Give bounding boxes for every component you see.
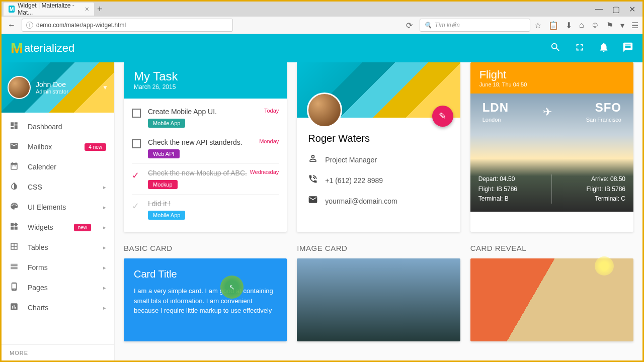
task-when: Wednesday <box>250 169 279 175</box>
edit-fab-button[interactable]: ✎ <box>432 106 453 127</box>
badge: new <box>74 224 91 231</box>
image-card[interactable] <box>297 258 460 341</box>
nav-icon <box>10 202 19 213</box>
card-reveal-heading: CARD REVEAL <box>470 244 633 252</box>
flight-datetime: June 18, Thu 04:50 <box>479 81 624 87</box>
chevron-right-icon: ▸ <box>103 204 106 211</box>
task-title: My Task <box>134 69 277 83</box>
nav-icon <box>10 302 19 313</box>
chevron-right-icon: ▸ <box>103 244 106 251</box>
chevron-right-icon: ▸ <box>103 264 106 271</box>
task-tag: Mobile App <box>148 211 185 220</box>
back-button[interactable]: ← <box>6 21 18 30</box>
cursor-highlight: ↖ <box>220 276 244 299</box>
chevron-down-icon[interactable]: ▼ <box>102 84 108 91</box>
cursor-highlight-2 <box>595 256 614 276</box>
smiley-icon[interactable]: ☺ <box>591 21 599 30</box>
close-tab-icon[interactable]: × <box>85 5 89 13</box>
sidebar-item-charts[interactable]: Charts▸ <box>2 298 114 318</box>
contact-card: ✎ Roger Waters Project Manager +1 (612) … <box>297 62 460 232</box>
home-icon[interactable]: ⌂ <box>579 21 584 30</box>
dropdown-icon[interactable]: ▾ <box>620 21 624 30</box>
address-bar: ← i demo.com/mater/app-widget.html ⟳ 🔍 T… <box>2 17 642 34</box>
nav-icon <box>10 222 19 233</box>
refresh-button[interactable]: ⟳ <box>404 21 416 30</box>
chevron-right-icon: ▸ <box>103 285 106 291</box>
sidebar-item-forms[interactable]: Forms▸ <box>2 257 114 278</box>
menu-icon[interactable]: ☰ <box>631 21 638 30</box>
fullscreen-icon[interactable] <box>574 42 585 55</box>
sidebar-item-pages[interactable]: Pages▸ <box>2 278 114 298</box>
image-card-heading: IMAGE CARD <box>297 244 460 252</box>
chat-icon[interactable] <box>622 42 633 55</box>
chevron-right-icon: ▸ <box>103 184 106 191</box>
tab-title: Widget | Materialize - Mat... <box>18 2 82 16</box>
chevron-right-icon: ▸ <box>103 224 106 231</box>
flight-card: Flight June 18, Thu 04:50 LDNLondon ✈ SF… <box>470 62 633 232</box>
airplane-icon: ✈ <box>543 106 552 119</box>
minimize-icon[interactable]: — <box>595 5 603 14</box>
basic-card[interactable]: Card Title I am a very simple card. I am… <box>124 258 287 341</box>
app-header: M aterialized <box>2 34 642 62</box>
checkbox[interactable] <box>132 139 141 148</box>
check-icon[interactable]: ✓ <box>132 170 141 179</box>
flight-title: Flight <box>479 68 624 81</box>
search-icon: 🔍 <box>424 22 432 29</box>
search-icon[interactable] <box>550 42 561 55</box>
check-icon[interactable]: ✓ <box>132 201 141 210</box>
logo-icon: M <box>11 40 23 57</box>
sidebar-item-dashboard[interactable]: Dashboard <box>2 117 114 137</box>
contact-cover: ✎ <box>297 62 460 118</box>
task-tag: Mobile App <box>148 119 185 128</box>
profile-role: Administrator <box>36 88 68 95</box>
url-input[interactable]: i demo.com/mater/app-widget.html <box>22 19 233 32</box>
close-window-icon[interactable]: ✕ <box>629 5 635 14</box>
card-text: I am a very simple card. I am good at co… <box>134 286 277 316</box>
task-tag: Mockup <box>148 180 178 189</box>
nav-icon <box>10 161 19 172</box>
task-tag: Web API <box>148 149 180 158</box>
nav-icon <box>10 262 19 273</box>
sidebar: John Doe Administrator ▼ DashboardMailbo… <box>2 62 115 361</box>
bookmark-icon[interactable]: ☆ <box>534 21 541 30</box>
basic-card-heading: BASIC CARD <box>124 244 287 252</box>
task-item[interactable]: Check the new API standerds.Web APIMonda… <box>132 133 279 164</box>
brand-logo[interactable]: M aterialized <box>11 40 74 57</box>
contact-avatar <box>307 93 342 128</box>
sidebar-item-calender[interactable]: Calender <box>2 157 114 177</box>
plugin-icon[interactable]: ⚑ <box>606 21 613 30</box>
sidebar-item-css[interactable]: CSS▸ <box>2 177 114 197</box>
checkbox[interactable] <box>132 109 141 118</box>
maximize-icon[interactable]: ▢ <box>612 5 620 14</box>
chevron-right-icon: ▸ <box>103 305 106 311</box>
task-item[interactable]: ✓Check the new Mockup of ABC.MockupWedne… <box>132 164 279 195</box>
sidebar-item-mailbox[interactable]: Mailbox4 new <box>2 137 114 157</box>
avatar <box>8 76 31 99</box>
url-text: demo.com/mater/app-widget.html <box>36 22 126 29</box>
browser-tab[interactable]: M Widget | Materialize - Mat... × <box>4 3 94 16</box>
profile-name: John Doe <box>36 80 68 88</box>
task-item[interactable]: ✓I did it !Mobile App <box>132 195 279 225</box>
email-icon <box>308 195 318 207</box>
task-when: Monday <box>259 138 279 144</box>
notifications-icon[interactable] <box>598 42 609 55</box>
task-card: My Task March 26, 2015 Create Mobile App… <box>124 62 287 232</box>
sidebar-item-ui-elements[interactable]: UI Elements▸ <box>2 197 114 217</box>
page-info-icon[interactable]: i <box>26 22 33 29</box>
sidebar-item-tables[interactable]: Tables▸ <box>2 237 114 257</box>
nav-icon <box>10 182 19 193</box>
sidebar-item-widgets[interactable]: Widgetsnew▸ <box>2 217 114 237</box>
downloads-icon[interactable]: ⬇ <box>566 21 572 30</box>
nav-list: DashboardMailbox4 newCalenderCSS▸UI Elem… <box>2 113 114 344</box>
card-title: Card Title <box>134 268 277 280</box>
new-tab-button[interactable]: + <box>97 4 103 15</box>
contact-name: Roger Waters <box>308 133 449 144</box>
task-item[interactable]: Create Mobile App UI.Mobile AppToday <box>132 103 279 133</box>
main-content: My Task March 26, 2015 Create Mobile App… <box>115 62 642 361</box>
tab-bar: M Widget | Materialize - Mat... × + — ▢ … <box>2 2 642 17</box>
favicon-icon: M <box>9 6 15 13</box>
browser-search[interactable]: 🔍 Tìm kiếm <box>420 19 530 32</box>
profile-panel[interactable]: John Doe Administrator ▼ <box>2 62 114 113</box>
clipboard-icon[interactable]: 📋 <box>548 21 558 30</box>
nav-icon <box>10 282 19 293</box>
